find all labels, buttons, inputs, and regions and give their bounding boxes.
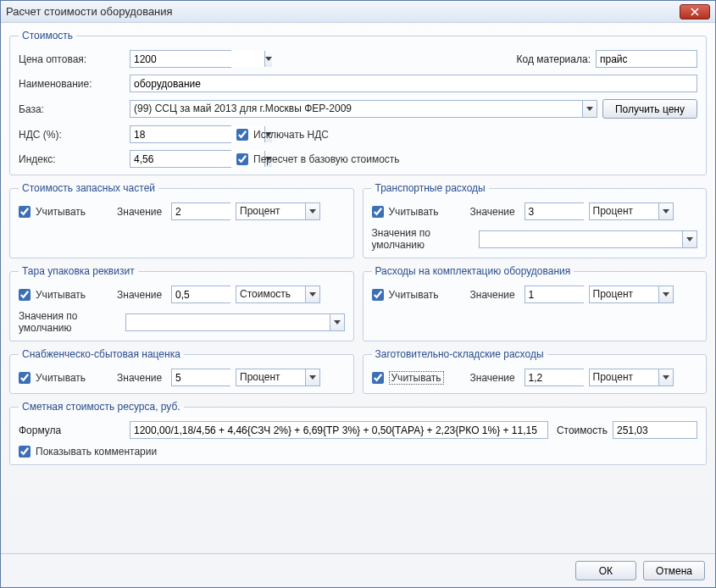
dropdown-base[interactable]: (99) ССЦ за май 2013 для г.Москвы ФЕР-20… <box>130 100 597 118</box>
label-markup-value: Значение <box>117 372 166 384</box>
dropdown-tara-unit-value: Стоимость <box>236 286 305 302</box>
label-tara-defaults: Значения по умолчанию <box>19 310 120 334</box>
input-tara-value[interactable] <box>171 286 230 303</box>
checkbox-storage-input[interactable] <box>372 372 384 384</box>
checkbox-storage-consider[interactable]: Учитывать <box>372 371 465 385</box>
chevron-down-icon[interactable] <box>582 101 597 117</box>
label-storage-value: Значение <box>470 372 519 384</box>
cancel-button[interactable]: Отмена <box>643 561 705 580</box>
legend-storage: Заготовительно-складские расходы <box>372 348 547 360</box>
checkbox-recalc-base-label: Пересчет в базовую стоимость <box>253 153 400 165</box>
chevron-down-icon[interactable] <box>658 369 673 386</box>
checkbox-exclude-vat[interactable]: Исключать НДС <box>236 129 329 141</box>
group-complete: Расходы на комплектацию оборудования Учи… <box>363 265 708 341</box>
label-transport-defaults: Значения по умолчанию <box>372 227 474 251</box>
dropdown-complete-unit-value: Процент <box>590 286 658 302</box>
input-cost[interactable] <box>613 421 697 439</box>
input-complete-value[interactable] <box>525 286 584 303</box>
chevron-down-icon[interactable] <box>264 51 272 67</box>
input-spare-value[interactable] <box>171 202 230 220</box>
label-complete-value: Значение <box>470 289 519 301</box>
chevron-down-icon[interactable] <box>305 203 319 219</box>
checkbox-show-comments[interactable]: Показывать комментарии <box>19 446 157 458</box>
dropdown-storage-unit[interactable]: Процент <box>589 369 674 386</box>
checkbox-transport-label: Учитывать <box>389 206 439 218</box>
input-transport-value[interactable] <box>525 202 584 220</box>
dropdown-markup-unit-value: Процент <box>236 369 305 386</box>
checkbox-spare-consider[interactable]: Учитывать <box>19 206 112 218</box>
chevron-down-icon[interactable] <box>658 203 673 219</box>
input-formula[interactable] <box>130 421 548 439</box>
group-markup: Снабженческо-сбытовая наценка Учитывать … <box>9 348 354 394</box>
checkbox-tara-consider[interactable]: Учитывать <box>19 289 112 301</box>
label-transport-value: Значение <box>470 206 519 218</box>
input-price-text[interactable] <box>130 51 264 67</box>
label-matcode: Код материала: <box>517 53 591 65</box>
label-cost: Стоимость <box>557 424 608 436</box>
dialog-window: Расчет стоимости оборудования Стоимость … <box>0 0 716 588</box>
checkbox-spare-input[interactable] <box>19 206 31 218</box>
dropdown-spare-unit-value: Процент <box>236 203 305 219</box>
get-price-button[interactable]: Получить цену <box>602 99 697 119</box>
checkbox-markup-input[interactable] <box>19 372 31 384</box>
legend-estimate: Сметная стоимость ресурса, руб. <box>19 401 184 413</box>
label-name: Наименование: <box>19 78 125 90</box>
checkbox-show-comments-input[interactable] <box>19 446 31 458</box>
ok-button[interactable]: ОК <box>575 561 636 580</box>
checkbox-complete-label: Учитывать <box>389 289 439 301</box>
checkbox-recalc-base[interactable]: Пересчет в базовую стоимость <box>236 153 400 165</box>
chevron-down-icon[interactable] <box>305 369 319 386</box>
chevron-down-icon[interactable] <box>658 286 673 302</box>
checkbox-tara-input[interactable] <box>19 289 31 301</box>
checkbox-markup-consider[interactable]: Учитывать <box>19 372 112 384</box>
dropdown-spare-unit[interactable]: Процент <box>236 202 320 220</box>
group-tara: Тара упаковка реквизит Учитывать Значени… <box>9 265 354 341</box>
checkbox-storage-label: Учитывать <box>389 371 444 385</box>
chevron-down-icon[interactable] <box>330 314 344 330</box>
input-markup-value[interactable] <box>171 369 230 386</box>
close-button[interactable] <box>680 4 710 19</box>
label-spare-value: Значение <box>117 206 166 218</box>
label-index: Индекс: <box>19 153 125 165</box>
legend-transport: Транспортные расходы <box>372 182 489 194</box>
label-base: База: <box>19 103 125 115</box>
input-vat[interactable] <box>130 125 231 143</box>
legend-complete: Расходы на комплектацию оборудования <box>372 265 574 277</box>
legend-spare: Стоимость запасных частей <box>19 182 158 194</box>
dropdown-tara-defaults[interactable] <box>125 313 345 331</box>
group-cost: Стоимость Цена оптовая: Код материала: Н… <box>9 30 707 175</box>
chevron-down-icon[interactable] <box>682 231 697 247</box>
checkbox-transport-input[interactable] <box>372 206 384 218</box>
checkbox-tara-label: Учитывать <box>36 289 86 301</box>
footer: ОК Отмена <box>1 553 715 587</box>
checkbox-transport-consider[interactable]: Учитывать <box>372 206 465 218</box>
checkbox-recalc-base-input[interactable] <box>236 153 248 165</box>
group-transport: Транспортные расходы Учитывать Значение … <box>363 182 708 258</box>
label-price: Цена оптовая: <box>19 53 125 65</box>
label-formula: Формула <box>19 424 125 436</box>
dropdown-complete-unit[interactable]: Процент <box>589 286 674 303</box>
dropdown-tara-unit[interactable]: Стоимость <box>236 286 320 303</box>
dropdown-markup-unit[interactable]: Процент <box>236 369 320 386</box>
input-storage-value[interactable] <box>525 369 584 386</box>
input-index[interactable] <box>130 150 231 168</box>
legend-tara: Тара упаковка реквизит <box>19 265 138 277</box>
checkbox-exclude-vat-label: Исключать НДС <box>253 129 329 141</box>
input-matcode[interactable] <box>596 50 697 68</box>
window-title: Расчет стоимости оборудования <box>6 5 680 18</box>
group-spare: Стоимость запасных частей Учитывать Знач… <box>9 182 354 258</box>
input-price[interactable] <box>130 50 231 68</box>
group-estimate: Сметная стоимость ресурса, руб. Формула … <box>9 401 707 465</box>
checkbox-complete-consider[interactable]: Учитывать <box>372 289 465 301</box>
dropdown-storage-unit-value: Процент <box>590 369 658 386</box>
dropdown-transport-defaults[interactable] <box>479 230 698 248</box>
checkbox-complete-input[interactable] <box>372 289 384 301</box>
checkbox-exclude-vat-input[interactable] <box>236 129 248 141</box>
chevron-down-icon[interactable] <box>305 286 319 302</box>
input-name[interactable] <box>130 75 697 92</box>
legend-markup: Снабженческо-сбытовая наценка <box>19 348 184 360</box>
label-tara-value: Значение <box>117 289 166 301</box>
titlebar: Расчет стоимости оборудования <box>1 1 715 23</box>
content-area: Стоимость Цена оптовая: Код материала: Н… <box>1 23 715 553</box>
dropdown-transport-unit[interactable]: Процент <box>589 202 674 220</box>
